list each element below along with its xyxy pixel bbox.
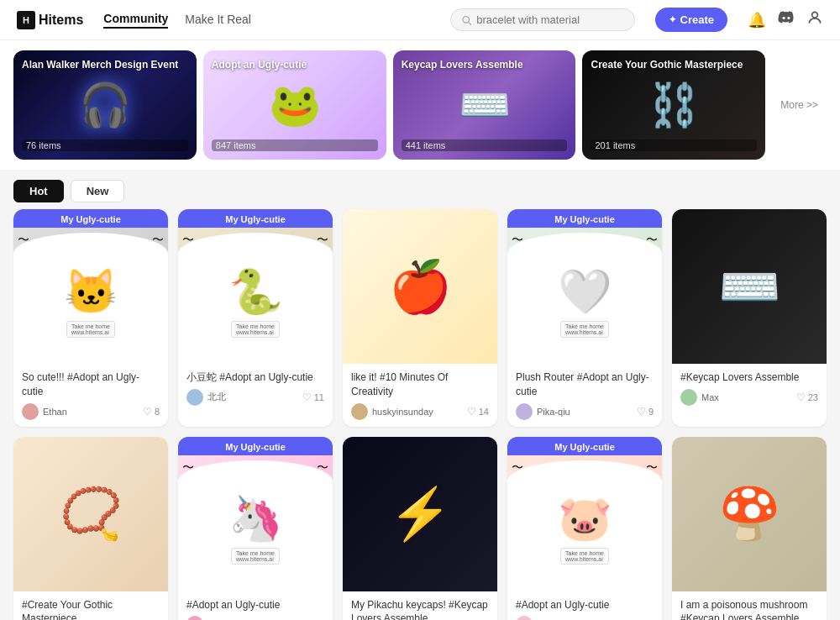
create-button[interactable]: Create bbox=[655, 8, 727, 32]
heart-icon: ♡ bbox=[796, 391, 806, 403]
card-info: #Adopt an Ugly-cutie Mimi ♡ 6 bbox=[178, 591, 333, 620]
ugly-content: 🐷 Take me homewww.hitems.ai bbox=[507, 460, 662, 591]
svg-point-2 bbox=[812, 12, 818, 18]
user-icon[interactable] bbox=[806, 9, 823, 30]
banner-keycap[interactable]: ⌨️ Keycap Lovers Assemble 441 items bbox=[393, 50, 576, 160]
card-image-wrap: ⌨️ bbox=[672, 209, 827, 364]
card-item[interactable]: My Ugly-cutie 🐷 Take me homewww.hitems.a… bbox=[507, 437, 662, 620]
banner-gothic[interactable]: ⛓️ Create Your Gothic Masterpiece 201 it… bbox=[582, 50, 765, 160]
card-title: So cute!!! #Adopt an Ugly-cutie bbox=[22, 370, 160, 399]
curl-left: 〜 bbox=[182, 233, 194, 248]
curl-right: 〜 bbox=[152, 233, 164, 248]
card-item[interactable]: 📿 #Create Your Gothic Masterpiece Luna ♡… bbox=[13, 437, 168, 620]
card-image-wrap: 📿 bbox=[13, 437, 168, 591]
card-image-wrap: 🍎 bbox=[343, 209, 497, 364]
discord-icon[interactable] bbox=[778, 9, 795, 30]
ugly-tag: Take me homewww.hitems.ai bbox=[560, 548, 609, 565]
nav-make-it-real[interactable]: Make It Real bbox=[185, 13, 251, 28]
ugly-badge: My Ugly-cutie bbox=[507, 437, 662, 455]
ugly-tag: Take me homewww.hitems.ai bbox=[66, 321, 115, 338]
avatar bbox=[22, 403, 39, 420]
banner-ugly-cutie[interactable]: 🐸 Adopt an Ugly-cutie 847 items bbox=[203, 50, 386, 160]
banner-overlay-2: Adopt an Ugly-cutie 847 items bbox=[203, 50, 386, 160]
photo-content: 🍄 bbox=[672, 437, 827, 591]
banner-count-1: 76 items bbox=[22, 139, 188, 151]
card-author: Rose bbox=[516, 616, 559, 620]
card-meta: Ethan ♡ 8 bbox=[22, 403, 160, 420]
card-likes: ♡ 23 bbox=[796, 391, 818, 403]
ugly-content: 🐱 Take me homewww.hitems.ai bbox=[13, 233, 168, 364]
heart-icon: ♡ bbox=[637, 406, 646, 418]
ugly-tag: Take me homewww.hitems.ai bbox=[231, 321, 280, 338]
author-name: 北北 bbox=[207, 391, 226, 403]
banner-title-4: Create Your Gothic Masterpiece bbox=[591, 59, 757, 72]
header: H Hitems Community Make It Real Create 🔔 bbox=[0, 0, 840, 40]
card-item[interactable]: ⌨️ #Keycap Lovers Assemble Max ♡ 23 bbox=[672, 209, 827, 427]
photo-content: 📿 bbox=[13, 437, 168, 591]
banner-more[interactable]: More >> bbox=[772, 50, 827, 160]
bell-icon[interactable]: 🔔 bbox=[748, 11, 766, 29]
avatar bbox=[680, 389, 697, 406]
banner-count-2: 847 items bbox=[212, 139, 378, 151]
card-image-wrap: My Ugly-cutie 🦄 Take me homewww.hitems.a… bbox=[178, 437, 333, 591]
author-name: Ethan bbox=[43, 407, 67, 417]
likes-count: 23 bbox=[808, 392, 818, 402]
card-item[interactable]: ⚡ My Pikachu keycaps! #Keycap Lovers Ass… bbox=[343, 437, 497, 620]
banner-alan-walker[interactable]: 🎧 Alan Walker Merch Design Event 76 item… bbox=[13, 50, 197, 160]
curl-right: 〜 bbox=[646, 233, 658, 248]
avatar bbox=[516, 616, 533, 620]
card-item[interactable]: My Ugly-cutie 🐱 Take me homewww.hitems.a… bbox=[13, 209, 168, 427]
ugly-content: 🦄 Take me homewww.hitems.ai bbox=[178, 460, 333, 591]
main-nav: Community Make It Real bbox=[103, 12, 251, 29]
search-input[interactable] bbox=[476, 13, 623, 26]
logo-text: Hitems bbox=[39, 13, 83, 28]
banner-title-3: Keycap Lovers Assemble bbox=[402, 59, 568, 72]
card-item[interactable]: My Ugly-cutie 🐍 Take me homewww.hitems.a… bbox=[178, 209, 333, 427]
banner-title-2: Adopt an Ugly-cutie bbox=[212, 59, 378, 72]
card-info: 小豆蛇 #Adopt an Ugly-cutie 北北 ♡ 11 bbox=[178, 364, 333, 412]
card-author: Max bbox=[680, 389, 719, 406]
nav-community[interactable]: Community bbox=[103, 12, 168, 29]
tab-hot[interactable]: Hot bbox=[13, 180, 64, 202]
ugly-content: 🤍 Take me homewww.hitems.ai bbox=[507, 233, 662, 364]
avatar bbox=[516, 403, 533, 420]
banner-title-1: Alan Walker Merch Design Event bbox=[22, 59, 188, 72]
card-info: #Adopt an Ugly-cutie Rose ♡ 5 bbox=[507, 591, 662, 620]
card-meta: huskyinsunday ♡ 14 bbox=[351, 403, 489, 420]
curl-right: 〜 bbox=[646, 460, 658, 476]
tab-new[interactable]: New bbox=[71, 180, 125, 202]
cards-grid: My Ugly-cutie 🐱 Take me homewww.hitems.a… bbox=[0, 209, 840, 620]
card-item[interactable]: 🍄 I am a poisonous mushroom #Keycap Love… bbox=[672, 437, 827, 620]
search-bar[interactable] bbox=[450, 8, 635, 31]
curl-left: 〜 bbox=[182, 460, 194, 476]
card-likes: ♡ 11 bbox=[302, 391, 324, 403]
banner-overlay-3: Keycap Lovers Assemble 441 items bbox=[393, 50, 576, 160]
banner-overlay-4: Create Your Gothic Masterpiece 201 items bbox=[582, 50, 765, 160]
photo-content: ⚡ bbox=[343, 437, 497, 591]
banner-count-4: 201 items bbox=[591, 139, 757, 151]
card-item[interactable]: My Ugly-cutie 🦄 Take me homewww.hitems.a… bbox=[178, 437, 333, 620]
curl-right: 〜 bbox=[317, 233, 328, 248]
card-meta: 北北 ♡ 11 bbox=[186, 389, 324, 406]
card-item[interactable]: My Ugly-cutie 🤍 Take me homewww.hitems.a… bbox=[507, 209, 662, 427]
ugly-badge: My Ugly-cutie bbox=[13, 209, 168, 228]
banner-overlay-1: Alan Walker Merch Design Event 76 items bbox=[13, 50, 197, 160]
card-meta: Pika-qiu ♡ 9 bbox=[516, 403, 654, 420]
logo[interactable]: H Hitems bbox=[17, 11, 83, 29]
card-likes: ♡ 9 bbox=[637, 406, 654, 418]
likes-count: 9 bbox=[648, 407, 654, 417]
card-image-wrap: My Ugly-cutie 🤍 Take me homewww.hitems.a… bbox=[507, 209, 662, 364]
likes-count: 11 bbox=[314, 392, 324, 402]
card-item[interactable]: 🍎 like it! #10 Minutes Of Creativity hus… bbox=[343, 209, 497, 427]
card-title: I am a poisonous mushroom #Keycap Lovers… bbox=[680, 598, 818, 620]
svg-point-0 bbox=[462, 16, 469, 23]
card-image-wrap: ⚡ bbox=[343, 437, 497, 591]
search-icon bbox=[461, 14, 472, 26]
author-name: Pika-qiu bbox=[537, 407, 570, 417]
curl-left: 〜 bbox=[512, 233, 523, 248]
card-image-wrap: My Ugly-cutie 🐷 Take me homewww.hitems.a… bbox=[507, 437, 662, 591]
tabs-row: Hot New bbox=[0, 170, 840, 209]
curl-left: 〜 bbox=[512, 460, 523, 476]
banner-row: 🎧 Alan Walker Merch Design Event 76 item… bbox=[0, 40, 840, 170]
curl-right: 〜 bbox=[317, 460, 328, 476]
